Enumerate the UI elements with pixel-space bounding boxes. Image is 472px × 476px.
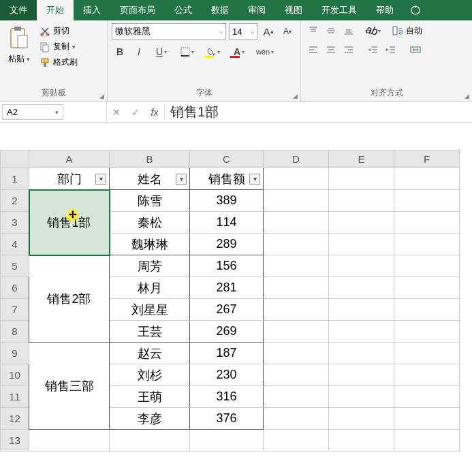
- align-left-icon[interactable]: [305, 42, 321, 57]
- cell-A1[interactable]: 部门: [29, 168, 110, 190]
- tab-data[interactable]: 数据: [202, 0, 238, 20]
- cell-D1[interactable]: [264, 168, 329, 190]
- col-header-B[interactable]: B: [110, 150, 190, 168]
- font-launcher[interactable]: ◢: [293, 93, 298, 99]
- cell-C10[interactable]: 230: [190, 364, 264, 386]
- cell-B6[interactable]: 林月: [110, 277, 190, 299]
- orientation-button[interactable]: ab▾: [365, 23, 381, 38]
- tell-me-icon[interactable]: [403, 0, 428, 20]
- cell-C8[interactable]: 269: [190, 321, 264, 343]
- tab-formulas[interactable]: 公式: [165, 0, 202, 20]
- copy-button[interactable]: 复制 ▾: [38, 40, 79, 53]
- cell-B5[interactable]: 周芳: [110, 255, 190, 277]
- border-button[interactable]: ▾: [176, 44, 199, 60]
- italic-button[interactable]: I: [131, 44, 147, 60]
- align-top-icon[interactable]: [305, 23, 321, 38]
- row-header-2[interactable]: 2: [1, 190, 29, 212]
- col-header-F[interactable]: F: [394, 150, 460, 168]
- cell-F1[interactable]: [394, 168, 460, 190]
- col-header-C[interactable]: C: [190, 150, 264, 168]
- bold-button[interactable]: B: [112, 44, 128, 60]
- cell-B9[interactable]: 赵云: [110, 343, 190, 364]
- underline-button[interactable]: U▾: [150, 44, 173, 60]
- cell-C9[interactable]: 187: [190, 343, 264, 364]
- tab-insert[interactable]: 插入: [74, 0, 110, 20]
- row-header-4[interactable]: 4: [1, 234, 29, 255]
- align-middle-icon[interactable]: [323, 23, 339, 38]
- tab-home[interactable]: 开始: [37, 0, 74, 20]
- row-header-9[interactable]: 9: [1, 343, 29, 364]
- cell-E1[interactable]: [329, 168, 394, 190]
- font-color-button[interactable]: A▾: [227, 44, 251, 60]
- row-header-10[interactable]: 10: [1, 364, 29, 386]
- align-bottom-icon[interactable]: [341, 23, 357, 38]
- paste-button[interactable]: [7, 25, 31, 52]
- col-header-D[interactable]: D: [264, 150, 329, 168]
- align-right-icon[interactable]: [341, 42, 357, 57]
- name-box[interactable]: A2▾: [2, 104, 63, 120]
- fx-icon[interactable]: fx: [145, 107, 164, 118]
- increase-indent-icon[interactable]: [383, 42, 399, 57]
- wrap-text-button[interactable]: 自动: [390, 25, 425, 37]
- fill-color-button[interactable]: ▾: [202, 44, 225, 60]
- tab-file[interactable]: 文件: [0, 0, 37, 20]
- row-header-8[interactable]: 8: [1, 321, 29, 343]
- tab-review[interactable]: 审阅: [238, 0, 275, 20]
- cut-button[interactable]: 剪切: [38, 25, 79, 37]
- cell-B12[interactable]: 李彦: [110, 408, 190, 430]
- decrease-font-icon[interactable]: A▾: [279, 23, 296, 39]
- cell-A9[interactable]: 销售三部: [29, 343, 110, 430]
- row-header-7[interactable]: 7: [1, 299, 29, 321]
- paste-label[interactable]: 粘贴 ▾: [8, 53, 30, 65]
- cell-C7[interactable]: 267: [190, 299, 264, 321]
- row-header-11[interactable]: 11: [1, 386, 29, 408]
- cell-B7[interactable]: 刘星星: [110, 299, 190, 321]
- phonetic-button[interactable]: wén▾: [253, 44, 277, 60]
- col-header-A[interactable]: A: [29, 150, 110, 168]
- cell-B3[interactable]: 秦松: [110, 212, 190, 234]
- row-header-1[interactable]: 1: [1, 168, 29, 190]
- font-name-select[interactable]: 微软雅黑⌵: [112, 23, 226, 39]
- cell-C5[interactable]: 156: [190, 255, 264, 277]
- cell-C2[interactable]: 389: [190, 190, 264, 212]
- cell-B11[interactable]: 王萌: [110, 386, 190, 408]
- cell-B4[interactable]: 魏琳琳: [110, 234, 190, 255]
- cell-C6[interactable]: 281: [190, 277, 264, 299]
- format-painter-button[interactable]: 格式刷: [38, 56, 79, 69]
- cell-C3[interactable]: 114: [190, 212, 264, 234]
- tab-help[interactable]: 帮助: [366, 0, 403, 20]
- font-size-select[interactable]: 14⌵: [229, 23, 257, 39]
- tab-developer[interactable]: 开发工具: [312, 0, 366, 20]
- merge-center-button[interactable]: [407, 45, 424, 54]
- cell-C1[interactable]: 销售额: [190, 168, 264, 190]
- row-header-3[interactable]: 3: [1, 212, 29, 234]
- cell-C12[interactable]: 376: [190, 408, 264, 430]
- cell-B2[interactable]: 陈雪: [110, 190, 190, 212]
- decrease-indent-icon[interactable]: [365, 42, 381, 57]
- row-header-6[interactable]: 6: [1, 277, 29, 299]
- enter-icon[interactable]: ✓: [126, 107, 145, 118]
- cell-A13[interactable]: [29, 430, 110, 451]
- cell-B10[interactable]: 刘杉: [110, 364, 190, 386]
- align-center-icon[interactable]: [323, 42, 339, 57]
- row-header-5[interactable]: 5: [1, 255, 29, 277]
- cell-A5[interactable]: 销售2部: [29, 255, 110, 343]
- select-all-corner[interactable]: [1, 150, 29, 168]
- cell-B8[interactable]: 王芸: [110, 321, 190, 343]
- row-header-13[interactable]: 13: [1, 430, 29, 451]
- cancel-icon[interactable]: ✕: [107, 107, 126, 118]
- cell-C11[interactable]: 316: [190, 386, 264, 408]
- row-header-12[interactable]: 12: [1, 408, 29, 430]
- worksheet-grid[interactable]: A B C D E F 1 部门 姓名 销售额 2 销售1部 ✢ 陈雪 389 …: [0, 150, 472, 451]
- tab-view[interactable]: 视图: [275, 0, 312, 20]
- tab-page-layout[interactable]: 页面布局: [110, 0, 165, 20]
- col-header-E[interactable]: E: [329, 150, 394, 168]
- cell-B1[interactable]: 姓名: [110, 168, 190, 190]
- formula-input[interactable]: 销售1部: [164, 104, 472, 120]
- cell-C4[interactable]: 289: [190, 234, 264, 255]
- clipboard-launcher[interactable]: ◢: [99, 93, 104, 99]
- increase-font-icon[interactable]: A▴: [260, 23, 277, 39]
- align-launcher[interactable]: ◢: [465, 93, 469, 99]
- cell-D2[interactable]: [264, 190, 329, 212]
- cell-A2[interactable]: 销售1部 ✢: [29, 190, 110, 255]
